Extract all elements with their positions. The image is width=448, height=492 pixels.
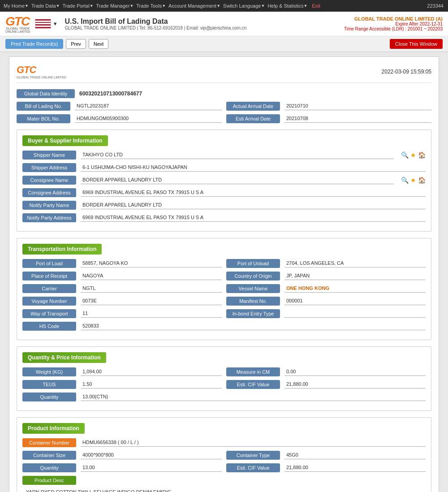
hs-code-label: HS Code: [22, 322, 76, 331]
close-button[interactable]: Close This Window: [390, 39, 443, 49]
voyage-pair: Voyage Number 0073E: [22, 297, 222, 306]
transport-inbond-row: Way of Transport 11 In-bond Entry Type: [22, 309, 426, 318]
nav-my-home[interactable]: My Home ▼: [4, 3, 30, 9]
nav-exit[interactable]: Exit: [312, 3, 320, 9]
user-id: 223344: [427, 3, 444, 9]
consignee-address-value: 6969 INDUSTRIAL AVENUE EL PASO TX 79915 …: [81, 189, 426, 197]
prod-cif-value: 21,880.00: [284, 464, 426, 472]
carrier-label: Carrier: [22, 284, 76, 293]
flag-area[interactable]: ▼: [35, 19, 58, 29]
vessel-name-pair: Vessel Name ONE HONG KONG: [226, 284, 426, 293]
nav-trade-portal[interactable]: Trade Portal ▼: [63, 3, 95, 9]
buyer-supplier-section: Buyer & Supplier Information Shipper Nam…: [17, 129, 431, 232]
global-id-label: Global Data Identity: [17, 89, 75, 98]
global-id-value: 600320210713000784677: [79, 91, 142, 97]
prod-qty-pair: Quantity 13.00: [22, 463, 222, 472]
actual-arrival-value: 20210710: [284, 102, 431, 110]
teus-label: TEUS: [22, 380, 76, 389]
port-unload-label: Port of Unload: [226, 259, 280, 268]
flag-arrow[interactable]: ▼: [53, 21, 58, 26]
home-icon-2[interactable]: 🏠: [418, 177, 426, 184]
country-origin-pair: Country of Origin JP, JAPAN: [226, 272, 426, 281]
search-icon-2[interactable]: 🔍: [401, 177, 409, 184]
consignee-address-label: Consignee Address: [22, 188, 76, 197]
record-card: GTC GLOBAL TRADE ONLINE LIMITED 2022-03-…: [9, 56, 439, 492]
print-button[interactable]: Print Trade Record(s): [5, 39, 63, 49]
esti-cif-value: 21,880.00: [284, 380, 426, 388]
transportation-header: Transportation Information: [22, 244, 102, 255]
product-section: Product Information Container Number HDM…: [17, 417, 431, 492]
shipper-address-label: Shipper Address: [22, 163, 76, 172]
nav-account-management[interactable]: Account Management ▼: [168, 3, 221, 9]
qty-row: Quantity 13.00(CTN): [22, 393, 426, 401]
teus-cif-row: TEUS 1.50 Esti. CIF Value 21,880.00: [22, 380, 426, 389]
quantity-section: Quantity & Price Information Weight (KG)…: [17, 346, 431, 411]
measure-pair: Measure in CM 0.00: [226, 367, 426, 376]
carrier-pair: Carrier NGTL: [22, 284, 222, 293]
transport-label: Way of Transport: [22, 309, 76, 318]
manifest-pair: Manifest No. 000001: [226, 297, 426, 306]
qty-label: Quantity: [22, 393, 76, 401]
expire-info: Expire After 2022-12-31: [344, 22, 443, 26]
port-unload-value: 2704, LOS ANGELES, CA: [284, 259, 426, 268]
bol-no-pair: Bill of Lading No. NGTL2023187: [17, 102, 222, 111]
company-line: GLOBAL TRADE ONLINE LIMITED | Tel: 86-51…: [65, 26, 247, 30]
mater-bol-label: Mater BOL No.: [17, 114, 70, 123]
place-receipt-label: Place of Receipt: [22, 272, 76, 281]
port-load-value: 58857, NAGOYA KO: [81, 259, 222, 268]
weight-value: 1,094.00: [81, 368, 222, 376]
container-size-pair: Container Size 4000*900*800: [22, 451, 222, 460]
consignee-address-row: Consignee Address 6969 INDUSTRIAL AVENUE…: [22, 188, 426, 197]
nav-switch-language[interactable]: Switch Language ▼: [223, 3, 266, 9]
notify-party-address-value: 6969 INDUSTRIAL AVENUE EL PASO TX 79915 …: [81, 214, 426, 222]
container-type-label: Container Type: [226, 451, 280, 460]
star-icon-2[interactable]: ★: [410, 177, 416, 184]
nav-trade-tools[interactable]: Trade Tools ▼: [136, 3, 167, 9]
mater-bol-pair: Mater BOL No. HDMUNGOM05900300: [17, 114, 222, 123]
card-company-sub: GLOBAL TRADE ONLINE LIMITED: [17, 76, 66, 79]
container-size-label: Container Size: [22, 451, 76, 460]
notify-party-address-row: Notify Party Address 6969 INDUSTRIAL AVE…: [22, 213, 426, 222]
logo-area: GTC GLOBAL TRADEONLINE LIMITED: [5, 14, 30, 33]
notify-party-name-value: BORDER APPAREL LAUNDRY LTD: [81, 201, 426, 209]
top-toolbar: Print Trade Record(s) Prev Next Close Th…: [0, 36, 448, 52]
port-unload-pair: Port of Unload 2704, LOS ANGELES, CA: [226, 259, 426, 268]
container-number-row: Container Number HDMU6656338 ( 00 / L / …: [22, 438, 426, 447]
nav-help-statistics[interactable]: Help & Statistics ▼: [267, 3, 308, 9]
us-flag: [35, 19, 51, 29]
weight-pair: Weight (KG) 1,094.00: [22, 367, 222, 376]
vessel-name-label: Vessel Name: [226, 284, 280, 293]
teus-value: 1.50: [81, 380, 222, 388]
gtc-sub: GLOBAL TRADEONLINE LIMITED: [5, 27, 30, 33]
esti-cif-label: Esti. CIF Value: [226, 380, 280, 389]
shipper-name-value: TAKIHYO CO LTD: [81, 151, 394, 159]
esti-arrival-pair: Esti Arrival Date 20210708: [226, 114, 431, 123]
bol-row: Bill of Lading No. NGTL2023187 Actual Ar…: [17, 102, 431, 111]
inbond-label: In-bond Entry Type: [226, 309, 280, 318]
manifest-label: Manifest No.: [226, 297, 280, 306]
bol-no-label: Bill of Lading No.: [17, 102, 70, 111]
transportation-section: Transportation Information Port of Load …: [17, 238, 431, 340]
home-icon[interactable]: 🏠: [418, 151, 426, 159]
nav-trade-data[interactable]: Trade Data ▼: [31, 3, 61, 9]
receipt-origin-row: Place of Receipt NAGOYA Country of Origi…: [22, 272, 426, 281]
place-receipt-value: NAGOYA: [81, 272, 222, 280]
voyage-manifest-row: Voyage Number 0073E Manifest No. 000001: [22, 297, 426, 306]
prev-button[interactable]: Prev: [66, 39, 86, 49]
next-button[interactable]: Next: [89, 39, 109, 49]
esti-cif-pair: Esti. CIF Value 21,880.00: [226, 380, 426, 389]
container-number-value: HDMU6656338 ( 00 / L / ): [81, 439, 426, 447]
shipper-address-value: 6-1 USHIJIMA-CHO NISHI-KU NAGOYAJAPAN: [81, 164, 426, 172]
consignee-name-value: BORDER APPAREL LAUNDRY LTD: [81, 176, 394, 184]
carrier-vessel-row: Carrier NGTL Vessel Name ONE HONG KONG: [22, 284, 426, 293]
consignee-name-row: Consignee Name BORDER APPAREL LAUNDRY LT…: [22, 176, 426, 185]
consignee-icons: 🔍 ★ 🏠: [401, 177, 426, 184]
shipper-address-row: Shipper Address 6-1 USHIJIMA-CHO NISHI-K…: [22, 163, 426, 172]
star-icon[interactable]: ★: [410, 151, 416, 159]
product-header: Product Information: [22, 423, 85, 434]
actual-arrival-pair: Actual Arrival Date 20210710: [226, 102, 431, 111]
search-icon[interactable]: 🔍: [401, 151, 409, 159]
nav-trade-manager[interactable]: Trade Manager ▼: [96, 3, 135, 9]
shipper-name-label: Shipper Name: [22, 151, 76, 160]
product-desc-value: YARN DYED COTTON TWILL SELVAGE INDIGO DE…: [22, 488, 426, 492]
